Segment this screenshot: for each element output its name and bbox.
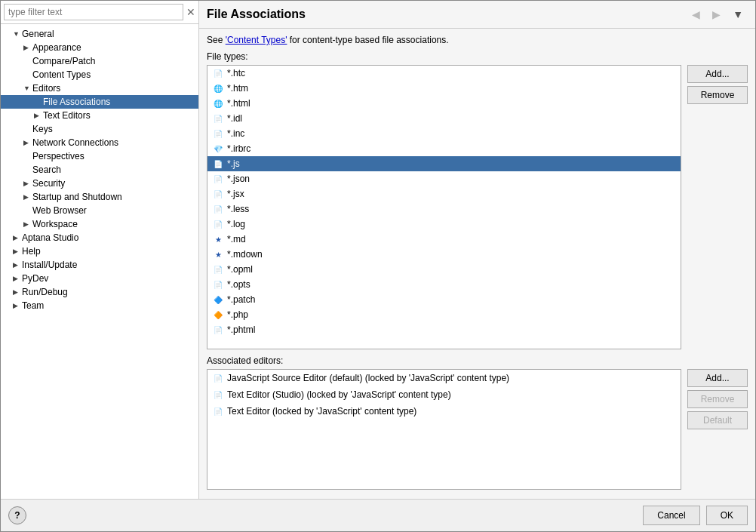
- sidebar-item-team[interactable]: ▶ Team: [1, 299, 198, 312]
- sidebar-item-label: PyDev: [22, 273, 195, 284]
- sidebar-item-file-associations[interactable]: File Associations: [1, 95, 198, 109]
- file-list-item[interactable]: 📄 *.phtml: [207, 322, 681, 337]
- sidebar-item-aptana-studio[interactable]: ▶ Aptana Studio: [1, 231, 198, 244]
- chevron-right-icon: ▶: [13, 302, 22, 309]
- sidebar-item-workspace[interactable]: ▶ Workspace: [1, 217, 198, 231]
- sidebar-item-label: Help: [22, 246, 195, 257]
- sidebar-item-label: Team: [22, 300, 195, 311]
- file-ext: *.json: [227, 174, 250, 184]
- file-list-item[interactable]: 📄 *.htc: [207, 66, 681, 81]
- file-icon: 📄: [212, 67, 224, 79]
- file-list-item[interactable]: 🌐 *.htm: [207, 81, 681, 96]
- main-content: ✕ ▼ General ▶ Appearance Compare/Patch: [1, 1, 755, 499]
- file-list-item[interactable]: 🔶 *.php: [207, 307, 681, 322]
- sidebar-item-label: Web Browser: [32, 205, 195, 216]
- file-list-item[interactable]: 📄 *.js: [207, 156, 681, 171]
- sidebar-item-label: Perspectives: [32, 151, 195, 161]
- file-icon: 🌐: [212, 82, 224, 94]
- file-list-item[interactable]: ★ *.md: [207, 232, 681, 247]
- chevron-down-icon: ▼: [13, 30, 22, 38]
- menu-button[interactable]: ▼: [728, 7, 748, 22]
- file-list-item[interactable]: 📄 *.opts: [207, 277, 681, 292]
- sidebar-item-compare-patch[interactable]: Compare/Patch: [1, 54, 198, 68]
- content-types-suffix: for content-type based file associations…: [287, 35, 448, 45]
- file-list-item[interactable]: 📄 *.less: [207, 201, 681, 217]
- sidebar-item-content-types[interactable]: Content Types: [1, 68, 198, 81]
- file-ext: *.md: [227, 234, 246, 244]
- sidebar-item-install-update[interactable]: ▶ Install/Update: [1, 258, 198, 272]
- add-file-type-button[interactable]: Add...: [687, 65, 748, 83]
- panel-title: File Associations: [207, 8, 306, 21]
- chevron-right-icon: ▶: [23, 220, 32, 228]
- sidebar-item-network-connections[interactable]: ▶ Network Connections: [1, 136, 198, 149]
- sidebar-item-appearance[interactable]: ▶ Appearance: [1, 41, 198, 54]
- footer-left: ?: [8, 506, 26, 524]
- chevron-right-icon: ▶: [34, 112, 43, 119]
- ok-button[interactable]: OK: [706, 506, 748, 525]
- sidebar-item-keys[interactable]: Keys: [1, 122, 198, 136]
- sidebar-item-editors[interactable]: ▼ Editors: [1, 81, 198, 95]
- dialog-footer: ? Cancel OK: [1, 499, 755, 531]
- sidebar-item-label: Content Types: [32, 69, 195, 80]
- file-list-item[interactable]: 📄 *.opml: [207, 262, 681, 277]
- editor-icon: 📄: [212, 405, 224, 417]
- sidebar-item-perspectives[interactable]: Perspectives: [1, 149, 198, 163]
- file-list-item[interactable]: 🔷 *.patch: [207, 292, 681, 307]
- forward-button[interactable]: ▶: [708, 7, 725, 22]
- sidebar-item-label: Run/Debug: [22, 287, 195, 297]
- add-editor-button[interactable]: Add...: [687, 369, 748, 387]
- editor-label: Text Editor (locked by 'JavaScript' cont…: [227, 406, 416, 417]
- sidebar-item-label: Appearance: [32, 42, 195, 53]
- file-ext: *.opml: [227, 264, 253, 275]
- file-list-container: 📄 *.htc 🌐 *.htm 🌐 *.html: [207, 65, 681, 349]
- file-list-item[interactable]: 🌐 *.html: [207, 96, 681, 111]
- filter-clear-icon[interactable]: ✕: [186, 6, 195, 18]
- file-types-label: File types:: [207, 51, 748, 62]
- sidebar-item-label: General: [22, 29, 195, 39]
- cancel-button[interactable]: Cancel: [643, 506, 699, 525]
- right-panel: File Associations ◀ ▶ ▼ See 'Content Typ…: [199, 1, 755, 499]
- sidebar-item-web-browser[interactable]: Web Browser: [1, 204, 198, 217]
- editor-item[interactable]: 📄 JavaScript Source Editor (default) (lo…: [207, 370, 681, 386]
- file-list-item[interactable]: 📄 *.jsx: [207, 186, 681, 201]
- back-button[interactable]: ◀: [687, 7, 705, 22]
- sidebar-item-search[interactable]: Search: [1, 163, 198, 177]
- file-icon: 💎: [212, 143, 224, 155]
- no-icon: [23, 152, 32, 160]
- editor-item[interactable]: 📄 Text Editor (Studio) (locked by 'JavaS…: [207, 386, 681, 403]
- sidebar-item-general[interactable]: ▼ General: [1, 27, 198, 41]
- sidebar-item-pydev[interactable]: ▶ PyDev: [1, 272, 198, 285]
- sidebar-item-text-editors[interactable]: ▶ Text Editors: [1, 109, 198, 122]
- preferences-dialog: ✕ ▼ General ▶ Appearance Compare/Patch: [0, 0, 756, 532]
- sidebar-item-label: Search: [32, 165, 195, 175]
- file-list-item[interactable]: 📄 *.inc: [207, 126, 681, 141]
- no-icon: [23, 166, 32, 174]
- help-button[interactable]: ?: [8, 506, 26, 524]
- content-types-link[interactable]: 'Content Types': [226, 35, 287, 45]
- file-list-item[interactable]: 💎 *.irbrc: [207, 141, 681, 156]
- remove-editor-button[interactable]: Remove: [687, 390, 748, 408]
- remove-file-type-button[interactable]: Remove: [687, 86, 748, 104]
- file-list-item[interactable]: 📄 *.log: [207, 217, 681, 232]
- editor-item[interactable]: 📄 Text Editor (locked by 'JavaScript' co…: [207, 403, 681, 420]
- sidebar-item-run-debug[interactable]: ▶ Run/Debug: [1, 285, 198, 299]
- sidebar-item-startup-shutdown[interactable]: ▶ Startup and Shutdown: [1, 190, 198, 204]
- sidebar-item-help[interactable]: ▶ Help: [1, 244, 198, 258]
- sidebar-item-label: Aptana Studio: [22, 232, 195, 243]
- file-ext: *.php: [227, 309, 248, 320]
- filter-input[interactable]: [4, 4, 183, 20]
- file-ext: *.html: [227, 98, 250, 109]
- sidebar-item-security[interactable]: ▶ Security: [1, 177, 198, 190]
- file-icon: 📄: [212, 158, 224, 170]
- chevron-right-icon: ▶: [13, 275, 22, 282]
- file-icon: 🌐: [212, 97, 224, 109]
- file-list-item[interactable]: 📄 *.idl: [207, 111, 681, 126]
- file-list-item[interactable]: ★ *.mdown: [207, 247, 681, 262]
- file-ext: *.log: [227, 219, 245, 229]
- sidebar-item-label: Network Connections: [32, 137, 195, 148]
- panel-header: File Associations ◀ ▶ ▼: [199, 1, 755, 29]
- file-list-item[interactable]: 📄 *.json: [207, 171, 681, 186]
- file-icon: 🔷: [212, 294, 224, 306]
- default-editor-button[interactable]: Default: [687, 411, 748, 429]
- file-ext: *.js: [227, 158, 240, 169]
